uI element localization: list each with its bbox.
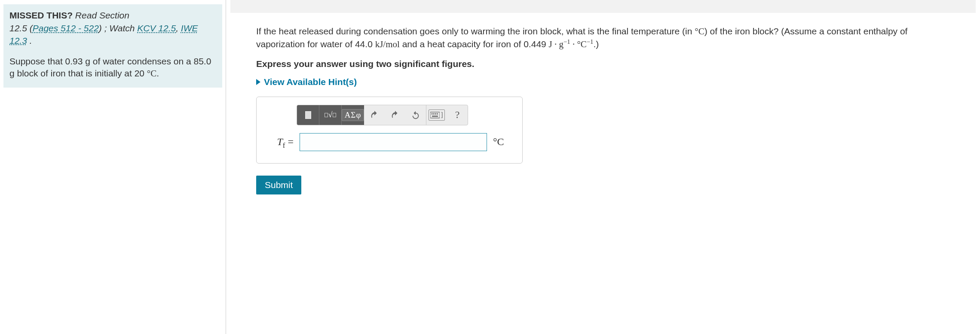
lhs-var: T — [277, 136, 283, 147]
redo-button[interactable] — [385, 105, 405, 125]
keyboard-button[interactable]: ] — [426, 105, 447, 125]
problem-text-a: Suppose that 0.93 g of water condenses o… — [9, 56, 211, 78]
svg-rect-4 — [437, 113, 438, 115]
answer-input-row: Tf = °C — [264, 133, 514, 151]
template-button[interactable] — [297, 105, 319, 125]
reference-line2: 12.5 (Pages 512 - 522) ; Watch KCV 12.5,… — [9, 22, 216, 47]
svg-rect-3 — [435, 113, 436, 115]
read-section-label: Read Section — [75, 10, 129, 20]
view-hints-toggle[interactable]: View Available Hint(s) — [256, 77, 357, 87]
answer-unit: °C — [493, 136, 514, 148]
qt-kjmol: kJ/mol — [375, 39, 400, 49]
toolbar-dark-group: √ ΑΣφ — [297, 105, 364, 125]
instruction-text: Express your answer using two significan… — [256, 59, 950, 69]
keyboard-icon: ] — [429, 109, 444, 121]
kcv-link[interactable]: KCV 12.5 — [137, 23, 176, 33]
header-strip — [230, 0, 976, 13]
reference-line1: MISSED THIS? Read Section — [9, 9, 216, 21]
svg-rect-5 — [432, 115, 438, 117]
left-column: MISSED THIS? Read Section 12.5 (Pages 51… — [0, 0, 226, 334]
question-body: If the heat released during condensation… — [230, 13, 976, 203]
answer-input[interactable] — [300, 133, 487, 151]
after-pages: ) ; Watch — [99, 23, 137, 33]
undo-icon — [370, 110, 379, 120]
question-text: If the heat released during condensation… — [256, 25, 950, 51]
hints-label: View Available Hint(s) — [264, 77, 357, 87]
reference-box: MISSED THIS? Read Section 12.5 (Pages 51… — [3, 4, 222, 88]
rectangle-icon — [305, 111, 311, 119]
column-divider — [226, 0, 226, 334]
reset-button[interactable] — [405, 105, 426, 125]
missed-this-label: MISSED THIS? — [9, 10, 73, 20]
qt-d: .) — [593, 39, 599, 49]
section-ref: 12.5 ( — [9, 23, 33, 33]
caret-right-icon — [256, 79, 260, 85]
reset-icon — [411, 110, 420, 120]
lhs-eq: = — [285, 136, 294, 147]
root-icon: √ — [325, 110, 337, 119]
svg-rect-2 — [433, 113, 435, 115]
toolbar-light-group: ] ? — [364, 105, 468, 125]
svg-rect-0 — [430, 112, 440, 118]
answer-lhs: Tf = — [268, 136, 294, 148]
right-column: If the heat released during condensation… — [230, 0, 980, 334]
redo-icon — [390, 110, 400, 120]
submit-button[interactable]: Submit — [256, 176, 301, 194]
problem-unit: °C — [147, 68, 156, 79]
svg-rect-1 — [432, 113, 433, 115]
fraction-root-button[interactable]: √ — [319, 105, 342, 125]
equation-toolbar: √ ΑΣφ — [297, 105, 468, 125]
undo-button[interactable] — [364, 105, 385, 125]
help-button[interactable]: ? — [447, 105, 468, 125]
qt-c: and a heat capacity for iron of 0.449 — [400, 39, 549, 49]
greek-button[interactable]: ΑΣφ — [342, 105, 364, 125]
help-icon: ? — [455, 109, 460, 121]
pages-link[interactable]: Pages 512 - 522 — [33, 23, 99, 33]
problem-statement: Suppose that 0.93 g of water condenses o… — [9, 55, 216, 80]
qt-jgc: J · g−1 · °C−1 — [549, 39, 594, 49]
greek-label: ΑΣφ — [342, 109, 364, 121]
answer-box: √ ΑΣφ — [256, 97, 523, 164]
qt-unit1: °C — [695, 26, 704, 36]
page-root: MISSED THIS? Read Section 12.5 (Pages 51… — [0, 0, 980, 334]
qt-a: If the heat released during condensation… — [256, 26, 695, 36]
problem-text-b: . — [156, 68, 159, 78]
period: . — [27, 36, 32, 46]
comma: , — [176, 23, 181, 33]
